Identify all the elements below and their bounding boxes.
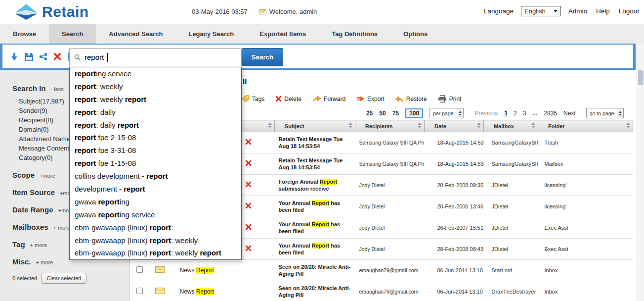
page-link-1[interactable]: 1 [504,110,508,117]
autocomplete-item[interactable]: gwava reporting [70,196,241,208]
tab-browse[interactable]: Browse [0,24,49,44]
autocomplete-item[interactable]: report: weekly report [70,93,241,106]
sidebar-section-toggle[interactable]: + more [36,259,53,265]
mailbox-cell: StarLord [484,260,538,281]
language-select[interactable]: English [521,6,561,16]
topbar-center: 03-May-2016 03:57 Welcome, admin [192,8,317,15]
tab-legacy-search[interactable]: Legacy Search [175,24,247,44]
delete-action-button[interactable]: Delete [275,96,301,102]
forward-action-button[interactable]: Forward [312,95,345,102]
subject-cell: Seen on 20/20: Miracle Anti-Aging Pill [275,260,355,281]
print-action-button[interactable]: Print [438,95,462,102]
sort-arrows-icon[interactable] [418,122,422,128]
sort-arrows-icon[interactable] [348,122,352,128]
column-header-date[interactable]: Date [425,120,484,132]
date-cell: 18-Aug-2015 14:53 [425,132,484,153]
tab-options[interactable]: Options [390,24,440,44]
autocomplete-item[interactable]: collins development - report [70,170,241,183]
actions-bar: TagsDeleteForwardExportRestorePrint [242,95,461,102]
autocomplete-item[interactable]: gwava reporting service [70,208,241,221]
next-page-link[interactable]: Next [563,110,576,117]
recipients-cell: emaughan79@gmail.com [355,260,425,281]
row-checkbox[interactable] [136,288,143,294]
tab-exported-items[interactable]: Exported Items [247,24,319,44]
topbar: Retain 03-May-2016 03:57 Welcome, admin … [0,0,644,24]
autocomplete-item[interactable]: report fpe 2-15-08 [70,131,241,144]
autocomplete-item[interactable]: ebm-gwavaapp (linux) report: weekly [70,234,241,247]
autocomplete-item[interactable]: report fpe 1-15-08 [70,157,241,170]
delete-button[interactable] [52,51,63,62]
autocomplete-item[interactable]: ebm-gwavaapp (linux) report: [70,221,241,234]
recipients-cell: Samsung Galaxy SIII QA Phone [355,132,425,153]
share-icon [39,52,47,61]
subject-cell: Retain Test Message Tue Aug 18 14:53:54 [275,132,355,153]
export-action-button[interactable]: Export [356,96,385,102]
nav-link-logout[interactable]: Logout [619,7,639,15]
date-cell: 06-Jun-2014 13:10 [425,260,484,281]
column-header-mailbox[interactable]: Mailbox [484,120,538,132]
folder-cell: Mailbox [538,153,633,175]
column-header-subject[interactable]: Subject [275,120,355,132]
tab-tag-definitions[interactable]: Tag Definitions [319,24,390,44]
red-x-icon [245,139,252,145]
search-input-value: report [85,53,104,61]
subject-cell: Your Annual Report has been filed [275,217,355,239]
recipients-cell: Jody Dietel [355,175,425,196]
per-page-selector[interactable]: per page [429,108,463,118]
clear-selected-button[interactable]: Clear selected [41,273,86,284]
autocomplete-item[interactable]: report: weekly [70,80,241,93]
autocomplete-item[interactable]: report: daily report [70,119,241,132]
sidebar-section-toggle[interactable]: + more [30,242,47,248]
sort-arrows-icon[interactable] [531,122,535,128]
scrollbar-thumb[interactable] [638,70,644,85]
nav-link-admin[interactable]: Admin [568,7,587,15]
sort-arrows-icon[interactable] [268,122,272,128]
previous-page-link[interactable]: Previous [475,110,498,117]
mailbox-cell: JDietel [484,239,538,260]
download-button[interactable] [9,51,20,62]
autocomplete-item[interactable]: reporting service [70,67,241,80]
column-header-folder[interactable]: Folder [538,120,633,132]
delete-icon [53,52,61,60]
status-icon-wrap [245,202,252,210]
restore-action-button[interactable]: Restore [395,96,427,102]
tab-search[interactable]: Search [49,24,96,44]
search-input[interactable]: report [69,48,242,66]
sort-arrows-icon[interactable] [626,122,630,128]
share-button[interactable] [38,51,48,62]
pagination-bar: 255075 100 per page Previous 123 ... 283… [366,108,624,118]
mailbox-cell: SamsungGalaxySIII [484,132,538,153]
sidebar-section-toggle[interactable]: - less [51,86,64,92]
row-checkbox[interactable] [136,266,143,273]
page-link-3[interactable]: 3 [523,110,526,117]
sidebar-section-toggle[interactable]: + more [53,225,71,231]
save-button[interactable] [23,51,34,62]
stepper-arrows[interactable] [617,108,623,118]
last-page-link[interactable]: 2835 [544,110,557,117]
stepper-arrows[interactable] [457,108,463,118]
table-row[interactable]: News ReportSeen on 20/20: Miracle Anti-A… [130,260,633,281]
topbar-links: AdminHelpLogout [568,7,639,15]
sidebar-section-toggle[interactable]: +more [40,173,55,179]
tab-advanced-search[interactable]: Advanced Search [96,24,175,44]
sort-arrows-icon[interactable] [477,122,481,128]
autocomplete-item[interactable]: report fpe 3-31-08 [70,144,241,157]
vertical-scrollbar[interactable] [637,44,644,301]
autocomplete-item[interactable]: development - report [70,183,241,196]
mailbox-cell: JDietel [484,175,538,196]
page-size-25[interactable]: 25 [366,110,373,117]
column-header-recipients[interactable]: Recipients [355,120,425,132]
tags-action-button[interactable]: Tags [242,95,264,102]
table-row[interactable]: News ReportSeen on 20/20: Miracle Anti-A… [130,281,633,301]
nav-link-help[interactable]: Help [596,7,610,15]
autocomplete-item[interactable]: ebm-gwavaapp (linux) report: weekly repo… [70,247,241,259]
goto-page-input[interactable]: go to page [586,108,624,118]
active-page-size[interactable]: 100 [405,108,423,118]
autocomplete-item[interactable]: report: daily [70,106,241,119]
status-icon-wrap [245,224,252,232]
search-button[interactable]: Search [242,48,283,66]
page-link-2[interactable]: 2 [514,110,517,117]
page-size-75[interactable]: 75 [392,110,399,117]
page-size-50[interactable]: 50 [379,110,386,117]
language-value: English [524,7,546,15]
